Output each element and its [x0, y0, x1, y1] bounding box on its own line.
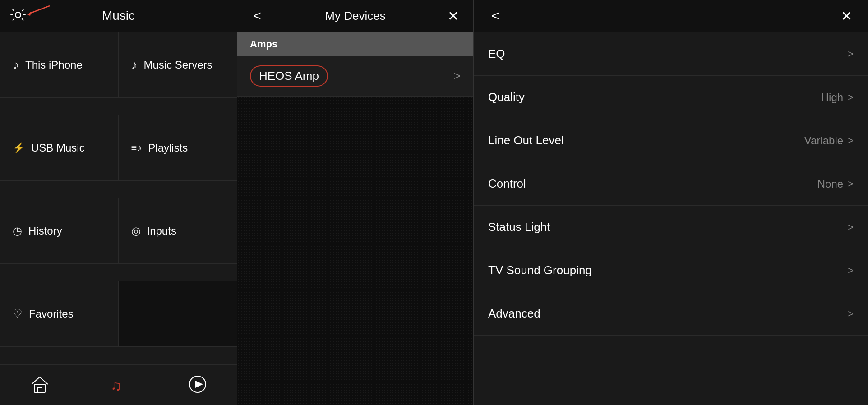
history-label: History	[28, 225, 62, 237]
heos-amp-chevron-icon: >	[454, 69, 461, 83]
tv-sound-right: >	[848, 265, 854, 276]
status-light-menu-item[interactable]: Status Light >	[474, 206, 868, 249]
middle-header: < My Devices ✕	[237, 0, 473, 32]
control-right: None >	[817, 178, 854, 190]
history-cell[interactable]: ◷ History	[0, 198, 119, 264]
back-chevron-icon: <	[253, 8, 261, 23]
playlists-cell[interactable]: ≡♪ Playlists	[119, 115, 237, 181]
note-icon: ♪	[13, 58, 19, 72]
middle-dark-area	[237, 97, 473, 405]
tv-sound-grouping-menu-item[interactable]: TV Sound Grouping >	[474, 249, 868, 292]
line-out-level-menu-item[interactable]: Line Out Level Variable >	[474, 119, 868, 162]
left-grid: ♪ This iPhone ♪ Music Servers ⚡ USB Musi…	[0, 32, 237, 364]
history-icon: ◷	[13, 225, 22, 237]
advanced-right: >	[848, 308, 854, 320]
right-panel: < ✕ EQ > Quality High > Line Out Level V…	[474, 0, 868, 405]
status-light-right: >	[848, 221, 854, 233]
favorites-label: Favorites	[29, 308, 74, 320]
svg-marker-7	[195, 381, 203, 388]
svg-line-1	[29, 6, 50, 14]
favorites-cell[interactable]: ♡ Favorites	[0, 281, 119, 347]
playlists-label: Playlists	[148, 142, 188, 154]
inputs-label: Inputs	[147, 225, 176, 237]
bottom-nav: ♫	[0, 364, 237, 405]
this-iphone-label: This iPhone	[25, 59, 83, 71]
music-servers-label: Music Servers	[144, 59, 212, 71]
music-title: Music	[102, 9, 135, 23]
heos-amp-name: HEOS Amp	[250, 65, 328, 87]
music-notes-icon: ♫	[109, 374, 129, 396]
eq-right: >	[848, 48, 854, 60]
eq-menu-item[interactable]: EQ >	[474, 32, 868, 76]
usb-icon: ⚡	[13, 142, 25, 154]
quality-label: Quality	[488, 90, 525, 104]
home-icon	[30, 374, 50, 396]
line-out-right: Variable >	[804, 134, 854, 147]
this-iphone-cell[interactable]: ♪ This iPhone	[0, 32, 119, 98]
playlist-icon: ≡♪	[131, 142, 142, 154]
eq-chevron-icon: >	[848, 48, 854, 60]
control-value: None	[817, 178, 843, 190]
control-label: Control	[488, 177, 526, 191]
usb-music-label: USB Music	[31, 142, 85, 154]
advanced-label: Advanced	[488, 307, 540, 321]
inputs-cell[interactable]: ◎ Inputs	[119, 198, 237, 264]
line-out-chevron-icon: >	[848, 135, 854, 147]
middle-close-button[interactable]: ✕	[444, 7, 462, 25]
status-light-chevron-icon: >	[848, 221, 854, 233]
quality-chevron-icon: >	[848, 92, 854, 103]
control-menu-item[interactable]: Control None >	[474, 162, 868, 206]
quality-right: High >	[821, 91, 854, 104]
tv-sound-grouping-label: TV Sound Grouping	[488, 263, 592, 277]
amps-section-header: Amps	[237, 32, 473, 56]
right-close-icon: ✕	[841, 8, 852, 24]
music-servers-cell[interactable]: ♪ Music Servers	[119, 32, 237, 98]
advanced-chevron-icon: >	[848, 308, 854, 320]
left-panel: Music ♪ This iPhone ♪ Music Servers ⚡ US…	[0, 0, 237, 405]
left-header: Music	[0, 0, 237, 32]
right-back-icon: <	[491, 8, 499, 23]
right-back-button[interactable]: <	[486, 7, 504, 25]
middle-panel-title: My Devices	[325, 9, 385, 23]
inputs-icon: ◎	[131, 225, 141, 237]
eq-label: EQ	[488, 47, 505, 61]
close-icon: ✕	[448, 8, 459, 24]
gear-icon	[10, 7, 26, 25]
heos-amp-circled-label: HEOS Amp	[250, 65, 328, 87]
heos-amp-row[interactable]: HEOS Amp >	[237, 56, 473, 97]
right-header: < ✕	[474, 0, 868, 32]
empty-cell	[119, 281, 237, 347]
svg-marker-2	[27, 12, 31, 16]
svg-rect-4	[37, 388, 42, 392]
line-out-level-label: Line Out Level	[488, 133, 564, 147]
arrow-indicator	[25, 4, 52, 17]
quality-menu-item[interactable]: Quality High >	[474, 76, 868, 119]
line-out-value: Variable	[804, 134, 843, 147]
heart-icon: ♡	[13, 308, 23, 320]
music-nav-button[interactable]: ♫	[105, 372, 132, 399]
svg-text:♫: ♫	[111, 377, 121, 394]
middle-panel: < My Devices ✕ Amps HEOS Amp >	[237, 0, 474, 405]
middle-back-button[interactable]: <	[248, 7, 266, 25]
advanced-menu-item[interactable]: Advanced >	[474, 292, 868, 336]
control-chevron-icon: >	[848, 178, 854, 190]
note2-icon: ♪	[131, 58, 138, 72]
home-nav-button[interactable]	[26, 372, 53, 399]
usb-music-cell[interactable]: ⚡ USB Music	[0, 115, 119, 181]
amps-section-label: Amps	[250, 38, 277, 50]
right-close-button[interactable]: ✕	[837, 7, 855, 25]
tv-sound-chevron-icon: >	[848, 265, 854, 276]
svg-point-0	[15, 12, 21, 18]
play-nav-button[interactable]	[184, 372, 211, 399]
quality-value: High	[821, 91, 843, 104]
play-icon	[188, 374, 208, 396]
status-light-label: Status Light	[488, 220, 550, 234]
